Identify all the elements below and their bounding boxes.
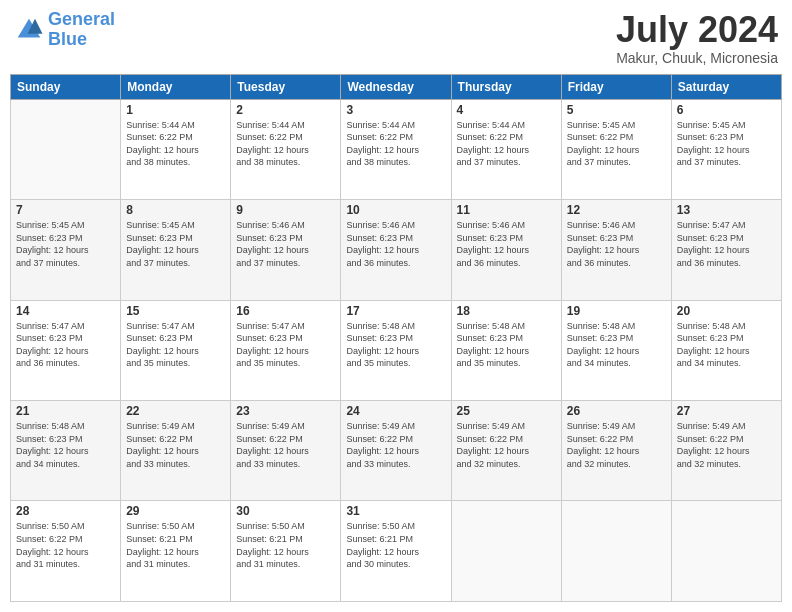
day-info: Sunrise: 5:47 AMSunset: 6:23 PMDaylight:… <box>677 219 776 269</box>
day-info: Sunrise: 5:50 AMSunset: 6:21 PMDaylight:… <box>346 520 445 570</box>
calendar-day-cell: 25Sunrise: 5:49 AMSunset: 6:22 PMDayligh… <box>451 401 561 501</box>
day-number: 5 <box>567 103 666 117</box>
day-info: Sunrise: 5:49 AMSunset: 6:22 PMDaylight:… <box>126 420 225 470</box>
day-info: Sunrise: 5:46 AMSunset: 6:23 PMDaylight:… <box>236 219 335 269</box>
calendar-day-cell: 14Sunrise: 5:47 AMSunset: 6:23 PMDayligh… <box>11 300 121 400</box>
calendar-day-cell: 27Sunrise: 5:49 AMSunset: 6:22 PMDayligh… <box>671 401 781 501</box>
logo-text: General Blue <box>48 10 115 50</box>
day-info: Sunrise: 5:48 AMSunset: 6:23 PMDaylight:… <box>677 320 776 370</box>
day-number: 19 <box>567 304 666 318</box>
day-info: Sunrise: 5:48 AMSunset: 6:23 PMDaylight:… <box>346 320 445 370</box>
calendar-day-header: Sunday <box>11 74 121 99</box>
day-info: Sunrise: 5:44 AMSunset: 6:22 PMDaylight:… <box>236 119 335 169</box>
calendar-day-header: Monday <box>121 74 231 99</box>
day-info: Sunrise: 5:45 AMSunset: 6:23 PMDaylight:… <box>16 219 115 269</box>
day-info: Sunrise: 5:49 AMSunset: 6:22 PMDaylight:… <box>346 420 445 470</box>
day-number: 10 <box>346 203 445 217</box>
page: General Blue July 2024 Makur, Chuuk, Mic… <box>0 0 792 612</box>
day-info: Sunrise: 5:47 AMSunset: 6:23 PMDaylight:… <box>16 320 115 370</box>
day-info: Sunrise: 5:49 AMSunset: 6:22 PMDaylight:… <box>567 420 666 470</box>
day-number: 31 <box>346 504 445 518</box>
calendar-day-header: Friday <box>561 74 671 99</box>
calendar-header-row: SundayMondayTuesdayWednesdayThursdayFrid… <box>11 74 782 99</box>
calendar-week-row: 28Sunrise: 5:50 AMSunset: 6:22 PMDayligh… <box>11 501 782 602</box>
day-number: 3 <box>346 103 445 117</box>
logo-line2: Blue <box>48 30 115 50</box>
day-number: 8 <box>126 203 225 217</box>
day-number: 29 <box>126 504 225 518</box>
calendar-day-header: Saturday <box>671 74 781 99</box>
day-number: 22 <box>126 404 225 418</box>
day-number: 23 <box>236 404 335 418</box>
day-number: 16 <box>236 304 335 318</box>
day-info: Sunrise: 5:44 AMSunset: 6:22 PMDaylight:… <box>346 119 445 169</box>
calendar-day-cell: 30Sunrise: 5:50 AMSunset: 6:21 PMDayligh… <box>231 501 341 602</box>
day-number: 27 <box>677 404 776 418</box>
day-number: 13 <box>677 203 776 217</box>
logo-line1: General <box>48 9 115 29</box>
calendar-week-row: 14Sunrise: 5:47 AMSunset: 6:23 PMDayligh… <box>11 300 782 400</box>
calendar-day-cell: 7Sunrise: 5:45 AMSunset: 6:23 PMDaylight… <box>11 200 121 300</box>
day-number: 4 <box>457 103 556 117</box>
calendar-day-header: Thursday <box>451 74 561 99</box>
calendar-week-row: 21Sunrise: 5:48 AMSunset: 6:23 PMDayligh… <box>11 401 782 501</box>
calendar-day-cell: 20Sunrise: 5:48 AMSunset: 6:23 PMDayligh… <box>671 300 781 400</box>
day-number: 7 <box>16 203 115 217</box>
calendar-day-cell: 5Sunrise: 5:45 AMSunset: 6:22 PMDaylight… <box>561 99 671 199</box>
day-number: 28 <box>16 504 115 518</box>
day-number: 26 <box>567 404 666 418</box>
calendar-day-cell: 18Sunrise: 5:48 AMSunset: 6:23 PMDayligh… <box>451 300 561 400</box>
calendar-day-cell <box>671 501 781 602</box>
day-number: 15 <box>126 304 225 318</box>
day-number: 20 <box>677 304 776 318</box>
day-number: 30 <box>236 504 335 518</box>
logo-icon <box>14 15 44 45</box>
day-info: Sunrise: 5:50 AMSunset: 6:21 PMDaylight:… <box>236 520 335 570</box>
day-number: 21 <box>16 404 115 418</box>
calendar-week-row: 7Sunrise: 5:45 AMSunset: 6:23 PMDaylight… <box>11 200 782 300</box>
calendar-day-cell: 8Sunrise: 5:45 AMSunset: 6:23 PMDaylight… <box>121 200 231 300</box>
calendar-day-cell <box>11 99 121 199</box>
day-info: Sunrise: 5:47 AMSunset: 6:23 PMDaylight:… <box>126 320 225 370</box>
calendar-day-cell: 13Sunrise: 5:47 AMSunset: 6:23 PMDayligh… <box>671 200 781 300</box>
day-info: Sunrise: 5:48 AMSunset: 6:23 PMDaylight:… <box>16 420 115 470</box>
day-number: 9 <box>236 203 335 217</box>
calendar-day-cell: 3Sunrise: 5:44 AMSunset: 6:22 PMDaylight… <box>341 99 451 199</box>
calendar-day-cell: 9Sunrise: 5:46 AMSunset: 6:23 PMDaylight… <box>231 200 341 300</box>
calendar-day-cell: 26Sunrise: 5:49 AMSunset: 6:22 PMDayligh… <box>561 401 671 501</box>
calendar-day-cell <box>561 501 671 602</box>
calendar-day-header: Wednesday <box>341 74 451 99</box>
day-info: Sunrise: 5:46 AMSunset: 6:23 PMDaylight:… <box>346 219 445 269</box>
calendar-day-cell: 23Sunrise: 5:49 AMSunset: 6:22 PMDayligh… <box>231 401 341 501</box>
calendar-day-cell: 16Sunrise: 5:47 AMSunset: 6:23 PMDayligh… <box>231 300 341 400</box>
calendar-day-cell: 1Sunrise: 5:44 AMSunset: 6:22 PMDaylight… <box>121 99 231 199</box>
day-number: 25 <box>457 404 556 418</box>
day-info: Sunrise: 5:47 AMSunset: 6:23 PMDaylight:… <box>236 320 335 370</box>
day-info: Sunrise: 5:49 AMSunset: 6:22 PMDaylight:… <box>457 420 556 470</box>
calendar-day-cell: 21Sunrise: 5:48 AMSunset: 6:23 PMDayligh… <box>11 401 121 501</box>
day-number: 1 <box>126 103 225 117</box>
subtitle: Makur, Chuuk, Micronesia <box>616 50 778 66</box>
calendar-day-cell: 10Sunrise: 5:46 AMSunset: 6:23 PMDayligh… <box>341 200 451 300</box>
title-block: July 2024 Makur, Chuuk, Micronesia <box>616 10 778 66</box>
day-number: 18 <box>457 304 556 318</box>
calendar-table: SundayMondayTuesdayWednesdayThursdayFrid… <box>10 74 782 602</box>
day-info: Sunrise: 5:46 AMSunset: 6:23 PMDaylight:… <box>457 219 556 269</box>
day-info: Sunrise: 5:46 AMSunset: 6:23 PMDaylight:… <box>567 219 666 269</box>
day-info: Sunrise: 5:48 AMSunset: 6:23 PMDaylight:… <box>567 320 666 370</box>
day-number: 6 <box>677 103 776 117</box>
day-info: Sunrise: 5:50 AMSunset: 6:21 PMDaylight:… <box>126 520 225 570</box>
day-info: Sunrise: 5:44 AMSunset: 6:22 PMDaylight:… <box>126 119 225 169</box>
calendar-day-header: Tuesday <box>231 74 341 99</box>
calendar-day-cell: 24Sunrise: 5:49 AMSunset: 6:22 PMDayligh… <box>341 401 451 501</box>
calendar-day-cell: 22Sunrise: 5:49 AMSunset: 6:22 PMDayligh… <box>121 401 231 501</box>
main-title: July 2024 <box>616 10 778 50</box>
calendar-day-cell: 31Sunrise: 5:50 AMSunset: 6:21 PMDayligh… <box>341 501 451 602</box>
day-number: 2 <box>236 103 335 117</box>
calendar-day-cell: 29Sunrise: 5:50 AMSunset: 6:21 PMDayligh… <box>121 501 231 602</box>
day-info: Sunrise: 5:50 AMSunset: 6:22 PMDaylight:… <box>16 520 115 570</box>
calendar-day-cell: 12Sunrise: 5:46 AMSunset: 6:23 PMDayligh… <box>561 200 671 300</box>
calendar-day-cell: 28Sunrise: 5:50 AMSunset: 6:22 PMDayligh… <box>11 501 121 602</box>
calendar-day-cell: 15Sunrise: 5:47 AMSunset: 6:23 PMDayligh… <box>121 300 231 400</box>
day-info: Sunrise: 5:44 AMSunset: 6:22 PMDaylight:… <box>457 119 556 169</box>
